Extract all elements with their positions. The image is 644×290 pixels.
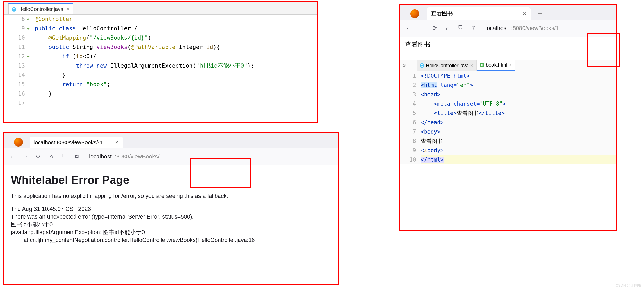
tab-label: HelloController.java [426, 63, 469, 68]
ide-panel-java: C HelloController.java ✕ 891011121314151… [3, 1, 318, 123]
page-icon: 🗎 [74, 153, 81, 160]
code-lines: @Controllerpublic class HelloController … [35, 15, 317, 108]
ide-sub-toolbar: ⚙ — C HelloController.java ✕ H book.html… [400, 60, 616, 71]
ide-tab-hello[interactable]: C HelloController.java ✕ [417, 60, 477, 71]
class-file-icon: C [420, 63, 424, 68]
url-bar[interactable]: localhost:8080/viewBooks/-1 [87, 152, 333, 162]
close-icon[interactable]: ✕ [66, 7, 70, 12]
ide-tab-hello[interactable]: C HelloController.java ✕ [8, 3, 73, 14]
close-icon[interactable]: ✕ [523, 11, 526, 16]
url-host: localhost [485, 25, 508, 32]
gear-icon[interactable]: ⚙ [402, 63, 406, 68]
gutter-icons: ❖❖❖ [27, 15, 35, 108]
browser-panel-error: localhost:8080/viewBooks/-1 ✕ ＋ ← → ⟳ ⌂ … [3, 132, 339, 285]
line-gutter: 12345678910 [400, 71, 421, 164]
page-content: Whitelabel Error Page This application h… [4, 165, 338, 249]
close-icon[interactable]: ✕ [509, 63, 512, 67]
url-host: localhost [89, 153, 112, 160]
browser-panel-success: 查看图书 ✕ ＋ ← → ⟳ ⌂ ⛉ 🗎 localhost:8080/view… [399, 4, 617, 231]
ide-tab-bar: C HelloController.java ✕ [4, 2, 317, 15]
nav-bar: ← → ⟳ ⌂ ⛉ 🗎 localhost:8080/viewBooks/1 [400, 20, 616, 37]
tab-strip: localhost:8080/viewBooks/-1 ✕ ＋ [4, 133, 338, 148]
watermark: CSDN @金刚狼 [616, 283, 641, 288]
browser-tab[interactable]: localhost:8080/viewBooks/-1 ✕ [30, 137, 123, 148]
shield-icon: ⛉ [61, 153, 68, 160]
forward-icon[interactable]: → [418, 25, 425, 32]
home-icon[interactable]: ⌂ [48, 153, 55, 160]
forward-icon[interactable]: → [22, 153, 29, 160]
collapse-icon[interactable]: — [408, 62, 414, 69]
page-body: 查看图书 [400, 37, 616, 52]
ide-sub-panel: ⚙ — C HelloController.java ✕ H book.html… [400, 60, 616, 164]
shield-icon: ⛉ [457, 25, 464, 32]
page-icon: 🗎 [470, 25, 477, 32]
browser-chrome: localhost:8080/viewBooks/-1 ✕ ＋ ← → ⟳ ⌂ … [4, 133, 338, 165]
reload-icon[interactable]: ⟳ [35, 153, 42, 160]
close-icon[interactable]: ✕ [470, 63, 473, 68]
error-stack: at cn.ljh.my_contentNegotiation.controll… [11, 236, 331, 244]
back-icon[interactable]: ← [9, 153, 16, 160]
reload-icon[interactable]: ⟳ [431, 25, 438, 32]
url-path: :8080/viewBooks/1 [511, 25, 559, 32]
url-path: :8080/viewBooks/-1 [115, 153, 164, 160]
back-icon[interactable]: ← [405, 25, 412, 32]
html-editor[interactable]: 12345678910 <!DOCTYPE html><html lang="e… [400, 71, 616, 164]
home-icon[interactable]: ⌂ [444, 25, 451, 32]
line-gutter: 891011121314151617 [4, 15, 27, 108]
error-timestamp: Thu Aug 31 10:45:07 CST 2023 [11, 205, 331, 213]
html-lines: <!DOCTYPE html><html lang="en"><head> <m… [421, 71, 616, 164]
new-tab-button[interactable]: ＋ [533, 7, 547, 20]
error-status: There was an unexpected error (type=Inte… [11, 213, 331, 221]
firefox-logo-icon [410, 9, 419, 18]
tab-label: HelloController.java [18, 6, 63, 12]
tab-title: 查看图书 [431, 10, 519, 17]
firefox-logo-icon [14, 138, 23, 147]
browser-chrome: 查看图书 ✕ ＋ ← → ⟳ ⌂ ⛉ 🗎 localhost:8080/view… [400, 5, 616, 37]
error-desc: This application has no explicit mapping… [11, 193, 331, 199]
error-exception: java.lang.IllegalArgumentException: 图书id… [11, 228, 331, 236]
class-file-icon: C [12, 7, 16, 12]
new-tab-button[interactable]: ＋ [125, 135, 139, 148]
html-file-icon: H [480, 63, 484, 67]
browser-tab[interactable]: 查看图书 ✕ [427, 7, 531, 20]
nav-bar: ← → ⟳ ⌂ ⛉ 🗎 localhost:8080/viewBooks/-1 [4, 148, 338, 165]
close-icon[interactable]: ✕ [115, 140, 119, 145]
url-bar[interactable]: localhost:8080/viewBooks/1 [483, 23, 610, 33]
error-heading: Whitelabel Error Page [11, 173, 331, 186]
code-editor[interactable]: 891011121314151617 ❖❖❖ @Controllerpublic… [4, 15, 317, 108]
tab-label: book.html [486, 62, 507, 68]
ide-tab-book[interactable]: H book.html ✕ [477, 60, 515, 71]
error-message: 图书id不能小于0 [11, 221, 331, 228]
page-text: 查看图书 [405, 41, 430, 48]
tab-title: localhost:8080/viewBooks/-1 [34, 139, 112, 146]
tab-strip: 查看图书 ✕ ＋ [400, 5, 616, 20]
ide-sub-tabs: C HelloController.java ✕ H book.html ✕ [417, 60, 515, 71]
